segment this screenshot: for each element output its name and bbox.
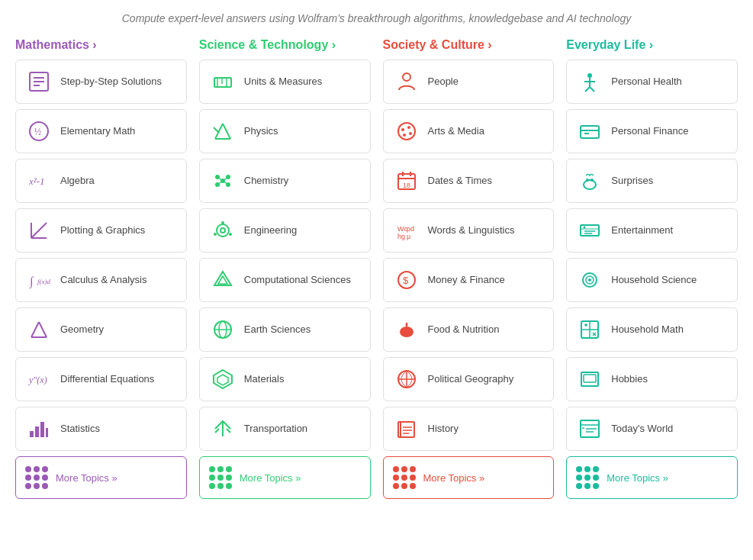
column-header-math[interactable]: Mathematics › [15, 38, 187, 52]
icon-history [393, 415, 420, 443]
icon-statistics [25, 415, 53, 443]
card-society-6[interactable]: Political Geography [383, 357, 555, 401]
card-math-6[interactable]: y″(x)Differential Equations [15, 357, 187, 401]
svg-line-7 [31, 223, 47, 238]
card-everyday-3[interactable]: Entertainment [566, 208, 738, 253]
card-label: Elementary Math [60, 125, 135, 138]
icon-engineering [209, 217, 237, 244]
column-math: Mathematics ›Step-by-Step Solutions½Elem… [15, 38, 187, 499]
card-label: Household Math [611, 323, 684, 336]
card-everyday-5[interactable]: Household Math [566, 307, 738, 352]
card-label: Surprises [611, 175, 653, 188]
svg-line-50 [215, 429, 219, 433]
icon-personal-finance [576, 117, 603, 145]
card-science-5[interactable]: Earth Sciences [199, 307, 371, 352]
svg-point-38 [220, 228, 225, 233]
svg-text:f(x)dx: f(x)dx [37, 278, 50, 285]
more-topics-society[interactable]: More Topics » [383, 456, 555, 499]
icon-step-by-step-solutions [25, 68, 53, 95]
card-society-0[interactable]: People [383, 60, 555, 104]
icon-materials [209, 365, 237, 393]
card-society-5[interactable]: Food & Nutrition [383, 307, 555, 352]
more-topics-everyday[interactable]: More Topics » [566, 456, 738, 499]
icon-food--nutrition [393, 316, 420, 343]
tagline: Compute expert-level answers using Wolfr… [15, 12, 738, 24]
icon-words--linguistics: Wchgpdμ [393, 217, 420, 244]
svg-point-87 [586, 179, 589, 182]
card-math-1[interactable]: ½Elementary Math [15, 109, 187, 153]
card-science-0[interactable]: Units & Measures [199, 60, 371, 104]
card-label: Engineering [244, 224, 297, 237]
svg-rect-89 [581, 225, 599, 236]
dots-icon [393, 466, 416, 489]
card-label: Food & Nutrition [428, 323, 500, 336]
card-society-1[interactable]: Arts & Media [383, 109, 555, 153]
svg-line-24 [215, 124, 223, 139]
card-label: Computational Sciences [244, 274, 351, 287]
column-header-society[interactable]: Society & Culture › [383, 38, 555, 52]
svg-point-40 [229, 233, 232, 236]
icon-transportation [209, 415, 237, 443]
icon-units--measures [209, 68, 237, 95]
card-label: Transportation [244, 423, 307, 436]
svg-text:∫: ∫ [29, 275, 34, 289]
svg-point-56 [409, 132, 412, 135]
svg-text:½: ½ [34, 127, 41, 137]
card-math-4[interactable]: ∫f(x)dxCalculus & Analysis [15, 258, 187, 302]
icon-political-geography [393, 365, 420, 393]
dots-icon [576, 466, 599, 489]
column-header-everyday[interactable]: Everyday Life › [566, 38, 738, 52]
card-everyday-7[interactable]: Today's World [566, 407, 738, 451]
svg-point-37 [217, 224, 229, 237]
card-label: Differential Equations [60, 373, 154, 386]
card-science-6[interactable]: Materials [199, 357, 371, 401]
card-math-7[interactable]: Statistics [15, 407, 187, 451]
svg-rect-105 [584, 375, 596, 382]
card-everyday-1[interactable]: Personal Finance [566, 109, 738, 153]
card-label: Money & Finance [428, 274, 505, 287]
column-header-science[interactable]: Science & Technology › [199, 38, 371, 52]
column-everyday: Everyday Life ›Personal HealthPersonal F… [566, 38, 738, 499]
card-science-2[interactable]: Chemistry [199, 159, 371, 203]
dots-icon [25, 466, 48, 489]
card-science-4[interactable]: Computational Sciences [199, 258, 371, 302]
card-math-5[interactable]: Geometry [15, 307, 187, 352]
card-label: Plotting & Graphics [60, 224, 145, 237]
card-math-3[interactable]: Plotting & Graphics [15, 208, 187, 253]
card-label: Chemistry [244, 175, 289, 188]
more-topics-math[interactable]: More Topics » [15, 456, 187, 499]
card-everyday-4[interactable]: Household Science [566, 258, 738, 302]
card-math-0[interactable]: Step-by-Step Solutions [15, 60, 187, 104]
card-everyday-6[interactable]: Hobbies [566, 357, 738, 401]
icon-household-math [576, 316, 603, 343]
svg-marker-48 [217, 375, 228, 385]
card-label: Arts & Media [428, 125, 484, 138]
card-everyday-2[interactable]: Surprises [566, 159, 738, 203]
icon-surprises [576, 167, 603, 195]
icon-physics [209, 117, 237, 145]
card-society-7[interactable]: History [383, 407, 555, 451]
svg-point-86 [584, 180, 596, 189]
card-science-3[interactable]: Engineering [199, 208, 371, 253]
svg-line-51 [227, 429, 230, 433]
card-society-2[interactable]: 18Dates & Times [383, 159, 555, 203]
card-everyday-0[interactable]: Personal Health [566, 60, 738, 104]
card-society-3[interactable]: WchgpdμWords & Linguistics [383, 208, 555, 253]
icon-household-science [576, 266, 603, 294]
svg-rect-19 [46, 428, 48, 437]
card-math-2[interactable]: x²-1Algebra [15, 159, 187, 203]
card-science-7[interactable]: Transportation [199, 407, 371, 451]
card-science-1[interactable]: Physics [199, 109, 371, 153]
more-topics-science[interactable]: More Topics » [199, 456, 371, 499]
svg-text:y″(x): y″(x) [28, 375, 47, 385]
svg-text:pd: pd [407, 225, 414, 233]
icon-geometry [25, 316, 53, 343]
svg-line-81 [585, 87, 590, 92]
icon-entertainment [576, 217, 603, 244]
icon-personal-health [576, 68, 603, 95]
card-label: Materials [244, 373, 285, 386]
icon-todays-world [576, 415, 603, 443]
icon-algebra: x²-1 [25, 167, 53, 195]
card-society-4[interactable]: $Money & Finance [383, 258, 555, 302]
icon-money--finance: $ [393, 266, 420, 294]
